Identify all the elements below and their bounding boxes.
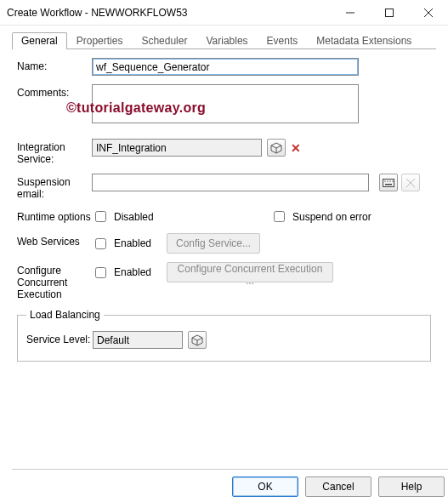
concurrent-label: Configure Concurrent Execution [17, 262, 92, 300]
keyboard-icon [383, 179, 394, 187]
tab-events[interactable]: Events [258, 32, 308, 49]
minimize-button[interactable] [331, 0, 370, 26]
load-balancing-legend: Load Balancing [26, 309, 104, 321]
config-concurrent-button: Configure Concurrent Execution ... [167, 262, 333, 282]
comments-textarea[interactable] [92, 84, 359, 123]
config-service-button: Config Service... [167, 233, 260, 254]
tab-variables[interactable]: Variables [196, 32, 257, 49]
maximize-button[interactable] [370, 0, 409, 26]
cc-enabled-checkbox[interactable] [95, 267, 106, 278]
tab-metadata[interactable]: Metadata Extensions [307, 32, 421, 49]
titlebar: Create Workflow - NEWWORKFLOW53 [0, 0, 448, 26]
service-level-input [93, 331, 183, 349]
svg-point-12 [392, 180, 393, 181]
tab-properties[interactable]: Properties [67, 32, 133, 49]
tab-strip: General Properties Scheduler Variables E… [12, 31, 436, 49]
svg-rect-13 [385, 184, 392, 185]
cube-icon [191, 334, 203, 346]
cc-enabled-label: Enabled [114, 266, 151, 278]
suspend-check-label: Suspend on error [292, 211, 371, 223]
svg-rect-8 [383, 179, 394, 186]
svg-point-9 [384, 180, 385, 181]
clear-email-button[interactable] [401, 174, 420, 191]
ok-button[interactable]: OK [232, 476, 298, 497]
name-input[interactable] [92, 58, 359, 76]
disabled-check-label: Disabled [114, 211, 154, 223]
cancel-button[interactable]: Cancel [305, 476, 371, 497]
general-panel: Name: Comments: Integration Service: ✕ S… [0, 49, 448, 362]
browse-level-button[interactable] [188, 331, 207, 349]
integration-label: Integration Service: [17, 139, 92, 165]
suspension-input[interactable] [92, 174, 369, 191]
svg-marker-16 [192, 335, 202, 340]
window-title: Create Workflow - NEWWORKFLOW53 [7, 7, 331, 19]
web-label: Web Services [17, 233, 92, 248]
svg-point-11 [389, 180, 390, 181]
disabled-checkbox[interactable] [95, 211, 106, 222]
browse-service-button[interactable] [267, 139, 286, 157]
help-button[interactable]: Help [378, 476, 445, 497]
name-label: Name: [17, 58, 92, 72]
svg-marker-4 [271, 143, 281, 148]
close-button[interactable] [409, 0, 448, 26]
ws-enabled-checkbox[interactable] [95, 238, 106, 249]
suspend-checkbox[interactable] [274, 211, 285, 222]
ws-enabled-label: Enabled [114, 237, 151, 249]
dialog-buttons: OK Cancel Help [12, 469, 448, 497]
comments-label: Comments: [17, 84, 92, 99]
x-icon [406, 179, 415, 187]
close-icon [424, 9, 433, 17]
cube-icon [270, 142, 282, 154]
maximize-icon [385, 9, 394, 17]
suspension-label: Suspension email: [17, 174, 92, 200]
clear-service-button[interactable]: ✕ [291, 141, 301, 155]
tab-general[interactable]: General [12, 32, 67, 49]
service-level-label: Service Level: [26, 331, 93, 345]
integration-input [92, 139, 262, 157]
runtime-label: Runtime options [17, 208, 92, 223]
email-format-button[interactable] [379, 174, 398, 191]
svg-point-10 [387, 180, 388, 181]
svg-rect-1 [386, 9, 394, 16]
load-balancing-group: Load Balancing Service Level: [17, 309, 431, 362]
tab-scheduler[interactable]: Scheduler [132, 32, 196, 49]
minimize-icon [346, 9, 354, 17]
